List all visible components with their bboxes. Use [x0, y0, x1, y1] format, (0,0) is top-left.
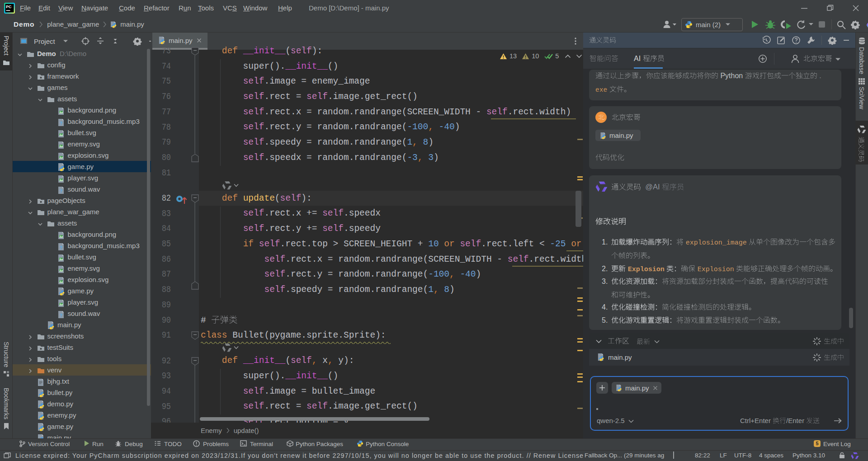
svg-text:?: ? — [60, 245, 62, 250]
svg-text:?: ? — [60, 189, 62, 194]
svg-text:?: ? — [60, 121, 62, 126]
svg-text:PC: PC — [6, 5, 12, 9]
svg-text:?: ? — [60, 313, 62, 318]
